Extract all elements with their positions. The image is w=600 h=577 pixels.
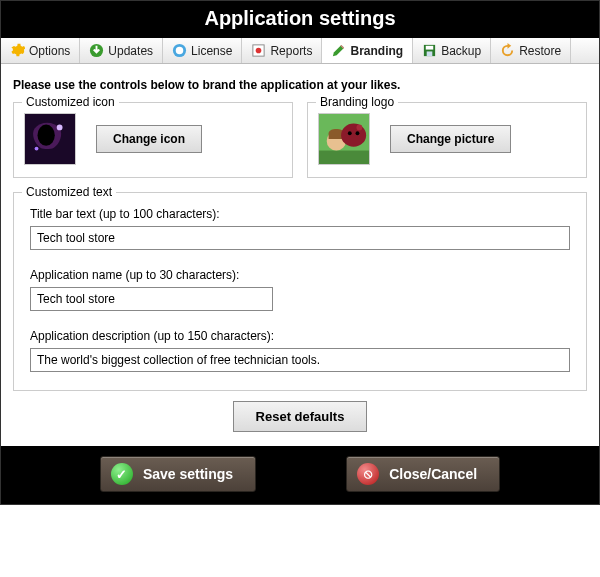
tab-label: License: [191, 44, 232, 58]
footer: ✓ Save settings ⦸ Close/Cancel: [1, 446, 599, 504]
save-icon: [422, 43, 437, 58]
appname-label: Application name (up to 30 characters):: [30, 268, 570, 282]
svg-point-9: [38, 125, 55, 146]
appdesc-label: Application description (up to 150 chara…: [30, 329, 570, 343]
tab-label: Reports: [270, 44, 312, 58]
svg-point-2: [176, 47, 184, 55]
svg-point-16: [348, 131, 352, 135]
button-label: Save settings: [143, 466, 233, 482]
tab-label: Branding: [350, 44, 403, 58]
tab-label: Updates: [108, 44, 153, 58]
button-label: Close/Cancel: [389, 466, 477, 482]
restore-icon: [500, 43, 515, 58]
titlebar-text-input[interactable]: [30, 226, 570, 250]
close-cancel-button[interactable]: ⦸ Close/Cancel: [346, 456, 500, 492]
group-legend: Customized text: [22, 185, 116, 199]
license-icon: [172, 43, 187, 58]
appname-input[interactable]: [30, 287, 273, 311]
change-icon-button[interactable]: Change icon: [96, 125, 202, 153]
svg-rect-6: [426, 46, 434, 50]
svg-point-15: [341, 124, 366, 147]
titlebar-text-label: Title bar text (up to 100 characters):: [30, 207, 570, 221]
reports-icon: [251, 43, 266, 58]
tab-backup[interactable]: Backup: [413, 38, 491, 63]
cancel-icon: ⦸: [357, 463, 379, 485]
reset-defaults-button[interactable]: Reset defaults: [233, 401, 368, 432]
icon-preview: [24, 113, 76, 165]
tab-reports[interactable]: Reports: [242, 38, 322, 63]
tab-branding[interactable]: Branding: [322, 38, 413, 63]
check-icon: ✓: [111, 463, 133, 485]
logo-preview: [318, 113, 370, 165]
tab-label: Options: [29, 44, 70, 58]
intro-text: Please use the controls below to brand t…: [13, 78, 587, 92]
tab-bar: Options Updates License Reports Branding…: [1, 38, 599, 64]
change-picture-button[interactable]: Change picture: [390, 125, 511, 153]
svg-rect-13: [319, 151, 369, 164]
svg-point-11: [35, 147, 39, 151]
appdesc-input[interactable]: [30, 348, 570, 372]
window-title: Application settings: [1, 1, 599, 38]
customized-icon-group: Customized icon Change icon: [13, 102, 293, 178]
tab-label: Restore: [519, 44, 561, 58]
svg-point-4: [256, 48, 262, 54]
svg-point-18: [357, 125, 363, 131]
save-settings-button[interactable]: ✓ Save settings: [100, 456, 256, 492]
customized-text-group: Customized text Title bar text (up to 10…: [13, 192, 587, 391]
group-legend: Branding logo: [316, 95, 398, 109]
group-legend: Customized icon: [22, 95, 119, 109]
tab-updates[interactable]: Updates: [80, 38, 163, 63]
tab-content: Please use the controls below to brand t…: [1, 64, 599, 446]
settings-window: Application settings Options Updates Lic…: [0, 0, 600, 505]
svg-rect-7: [427, 51, 433, 56]
tab-license[interactable]: License: [163, 38, 242, 63]
pencil-icon: [331, 43, 346, 58]
svg-point-10: [57, 125, 63, 131]
tab-options[interactable]: Options: [1, 38, 80, 63]
gear-icon: [10, 43, 25, 58]
tab-restore[interactable]: Restore: [491, 38, 571, 63]
tab-label: Backup: [441, 44, 481, 58]
svg-point-17: [356, 131, 360, 135]
branding-logo-group: Branding logo Change picture: [307, 102, 587, 178]
download-icon: [89, 43, 104, 58]
